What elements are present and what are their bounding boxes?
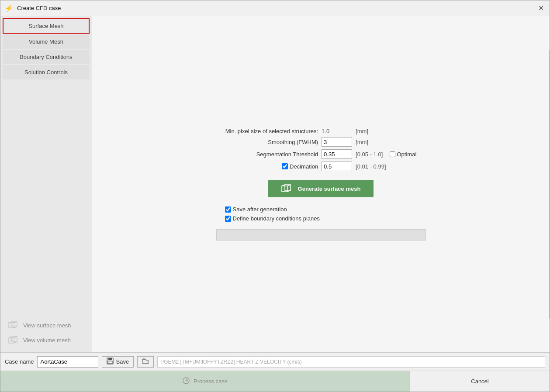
save-after-label[interactable]: Save after generation	[225, 206, 320, 213]
decimation-range: [0.01 - 0.99]	[356, 163, 386, 170]
save-label: Save	[116, 358, 129, 365]
seg-thresh-range: [0.05 - 1.0]	[356, 151, 386, 158]
define-boundary-text: Define boundary conditions planes	[233, 215, 320, 222]
sidebar: Surface Mesh Volume Mesh Boundary Condit…	[0, 16, 92, 352]
optimal-checkbox[interactable]	[390, 151, 395, 157]
min-pixel-value: 1.0	[322, 128, 352, 134]
svg-rect-19	[108, 361, 112, 364]
seg-thresh-input[interactable]	[322, 149, 352, 159]
volume-mesh-icon	[8, 336, 21, 344]
cancel-label-rest: ncel	[478, 378, 489, 385]
view-volume-mesh-button[interactable]: View volume mesh	[5, 334, 87, 347]
decimation-label-text: Decimation	[290, 163, 318, 170]
main-content: Surface Mesh Volume Mesh Boundary Condit…	[0, 16, 550, 352]
process-case-button[interactable]: Process case	[0, 371, 410, 392]
case-name-label: Case name	[5, 358, 34, 365]
min-pixel-unit: [mm]	[356, 128, 386, 134]
open-file-button[interactable]	[137, 356, 154, 368]
view-volume-mesh-label: View volume mesh	[23, 337, 71, 344]
app-icon: ⚡	[5, 4, 14, 12]
mesh-generate-icon	[281, 184, 294, 193]
sidebar-item-solution-controls[interactable]: Solution Controls	[3, 65, 90, 79]
define-boundary-checkbox[interactable]	[225, 216, 231, 222]
generate-btn-label: Generate surface mesh	[298, 186, 361, 192]
file-path-label: PGEM2 [TM+UMIlOFFYTZRZ2] HEART Z VELOCIT…	[157, 356, 545, 368]
sidebar-item-surface-mesh[interactable]: Surface Mesh	[3, 18, 90, 34]
decimation-checkbox-label[interactable]: Decimation	[225, 163, 318, 170]
surface-mesh-icon	[8, 321, 21, 330]
title-bar-left: ⚡ Create CFD case	[5, 4, 61, 12]
save-after-text: Save after generation	[233, 206, 287, 213]
cancel-label: Cancel	[471, 378, 488, 385]
sidebar-item-volume-mesh[interactable]: Volume Mesh	[3, 34, 90, 49]
action-bar: Process case Cancel	[0, 371, 550, 392]
open-icon	[142, 358, 149, 366]
case-name-input[interactable]	[37, 356, 98, 368]
save-icon	[107, 358, 114, 366]
svg-rect-6	[12, 337, 17, 342]
sidebar-bottom: View surface mesh V	[3, 315, 90, 350]
dialog-title: Create CFD case	[17, 5, 61, 11]
view-surface-mesh-button[interactable]: View surface mesh	[5, 319, 87, 332]
sidebar-spacer	[3, 80, 90, 315]
checkboxes-container: Save after generation Define boundary co…	[225, 206, 320, 222]
cancel-button[interactable]: Cancel	[410, 371, 550, 392]
save-button[interactable]: Save	[102, 356, 134, 368]
create-cfd-dialog: ⚡ Create CFD case ✕ Surface Mesh Volume …	[0, 0, 550, 392]
optimal-label-text: Optimal	[397, 151, 417, 158]
seg-thresh-label: Segmentation Threshold	[225, 151, 318, 158]
optimal-checkbox-label[interactable]: Optimal	[390, 151, 417, 158]
content-area: Min. pixel size of selected structures: …	[92, 16, 550, 352]
generate-surface-mesh-button[interactable]: Generate surface mesh	[268, 180, 374, 197]
define-boundary-label[interactable]: Define boundary conditions planes	[225, 215, 320, 222]
progress-bar	[216, 229, 426, 241]
smoothing-input[interactable]	[322, 137, 352, 147]
smoothing-unit: [mm]	[356, 139, 386, 145]
close-button[interactable]: ✕	[536, 4, 545, 13]
view-surface-mesh-label: View surface mesh	[23, 322, 71, 329]
form-grid: Min. pixel size of selected structures: …	[225, 128, 417, 171]
svg-rect-18	[108, 358, 112, 360]
process-case-label: Process case	[194, 378, 228, 385]
title-bar: ⚡ Create CFD case ✕	[0, 0, 550, 16]
decimation-checkbox[interactable]	[282, 163, 288, 169]
bottom-bar: Case name Save PGEM2 [TM+UMIlOFFYTZRZ2] …	[0, 352, 550, 371]
form-container: Min. pixel size of selected structures: …	[216, 128, 426, 241]
min-pixel-label: Min. pixel size of selected structures:	[225, 128, 318, 134]
divider-line	[549, 50, 550, 319]
save-after-checkbox[interactable]	[225, 206, 231, 213]
smoothing-label: Smoothing (FWHM)	[225, 139, 318, 145]
sidebar-item-boundary-conditions[interactable]: Boundary Conditions	[3, 50, 90, 64]
svg-rect-5	[9, 338, 14, 343]
decimation-input[interactable]	[322, 162, 352, 171]
process-icon	[182, 377, 190, 386]
